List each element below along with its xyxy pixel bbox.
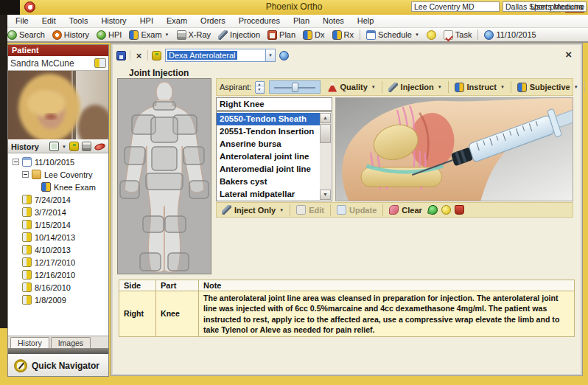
table-row[interactable]: RightKneeThe anterolateral joint line ar… — [119, 291, 575, 337]
menu-item-file[interactable]: File — [9, 15, 35, 27]
patient-lock-list-icon[interactable] — [94, 58, 106, 68]
body-region-right-knee[interactable] — [165, 216, 186, 232]
menu-item-help[interactable]: Help — [351, 15, 381, 27]
tree-item[interactable]: 1/8/2009 — [8, 294, 108, 306]
aspirant-stepper[interactable]: 0 ▲▼ — [256, 81, 264, 94]
menu-item-exam[interactable]: Exam — [160, 15, 194, 27]
site-list-item[interactable]: Anterolateral joint line — [217, 150, 320, 163]
toolbar-button-exam[interactable]: Exam▼ — [125, 28, 172, 41]
body-region-left-elbow[interactable] — [125, 147, 145, 164]
template-combobox[interactable]: Dexa Anterolateral ▼ — [165, 49, 276, 62]
tab-images[interactable]: Images — [51, 337, 91, 348]
action-button-quality[interactable]: Quality▼ — [325, 80, 379, 94]
tree-item[interactable]: 10/14/2013 — [8, 231, 108, 243]
toolbar-button-search[interactable]: Search — [4, 28, 49, 41]
toolbar-button-label: Search — [19, 30, 45, 39]
toolbar-button-injection[interactable]: Injection — [214, 28, 264, 41]
quick-navigator-button[interactable]: Quick Navigator — [8, 354, 108, 376]
close-document-icon[interactable]: × — [134, 51, 144, 60]
tree-item[interactable]: Lee Coventry — [8, 168, 108, 181]
chevron-down-icon: ▼ — [165, 32, 169, 37]
stepper-down-icon[interactable]: ▼ — [256, 87, 264, 93]
body-region-neck[interactable] — [153, 102, 175, 110]
site-list-item[interactable]: Bakers cyst — [217, 176, 320, 188]
provider-input[interactable] — [411, 1, 500, 12]
body-region-abdomen[interactable] — [152, 147, 177, 170]
site-list-item[interactable]: 20550-Tendon Sheath — [217, 113, 320, 125]
body-region-right-elbow[interactable] — [183, 147, 204, 164]
template-status-icon[interactable] — [152, 51, 161, 60]
tree-item[interactable]: 12/17/2010 — [8, 256, 108, 268]
action-button-subjective[interactable]: Subjective▼ — [514, 80, 581, 94]
body-region-chest[interactable] — [151, 117, 178, 142]
save-icon[interactable] — [116, 51, 126, 60]
chart-status-icon[interactable] — [69, 142, 79, 151]
chevron-down-icon[interactable]: ▼ — [62, 145, 66, 149]
tree-item[interactable]: 11/10/2015 — [8, 156, 108, 168]
scroll-up-icon[interactable]: ▲ — [320, 113, 331, 123]
toolbar-button-schedule[interactable]: Schedule▼ — [363, 28, 423, 41]
scrollbar[interactable]: ▲ ▼ — [320, 113, 331, 200]
tree-item[interactable]: 1/15/2014 — [8, 218, 108, 231]
toolbar-button-11-10-2015[interactable]: 11/10/2015 — [480, 28, 539, 41]
toolbar-button-task[interactable]: Task — [440, 28, 476, 41]
key-icon[interactable] — [441, 205, 451, 215]
menu-item-edit[interactable]: Edit — [35, 15, 63, 27]
locked-doc-icon — [22, 257, 32, 267]
toolbar-button-refill-icon[interactable] — [423, 28, 440, 41]
body-region-left-hand[interactable] — [120, 181, 139, 198]
menu-item-plan[interactable]: Plan — [287, 15, 316, 27]
aspirant-label: Aspirant: — [220, 83, 251, 91]
print-icon[interactable] — [82, 142, 91, 151]
sign-pen-icon[interactable] — [94, 142, 106, 150]
menu-item-notes[interactable]: Notes — [316, 15, 351, 27]
tree-item[interactable]: 7/24/2014 — [8, 193, 108, 206]
body-region-right-foot[interactable] — [168, 253, 189, 271]
tree-item[interactable]: 12/16/2010 — [8, 268, 108, 281]
menu-item-history[interactable]: History — [94, 15, 133, 27]
button-inject-only[interactable]: Inject Only▼ — [220, 205, 286, 215]
scrollbar-thumb[interactable] — [320, 124, 331, 143]
menu-item-procedures[interactable]: Procedures — [232, 15, 287, 27]
menu-item-orders[interactable]: Orders — [194, 15, 232, 27]
toolbar-button-rx[interactable]: Rx — [329, 28, 357, 41]
body-region-left-foot[interactable] — [140, 253, 161, 271]
collapse-icon[interactable] — [13, 159, 19, 165]
action-button-injection[interactable]: Injection▼ — [385, 80, 445, 94]
view-mode-icon[interactable] — [49, 142, 59, 151]
close-panel-icon[interactable]: × — [565, 49, 572, 60]
stepper-up-icon[interactable]: ▲ — [256, 82, 264, 88]
site-list-item[interactable]: 20551-Tendon Insertion — [217, 125, 320, 138]
locked-doc-icon — [22, 295, 32, 305]
tree-item[interactable]: 3/7/2014 — [8, 206, 108, 218]
toolbar-button-history[interactable]: History — [49, 28, 93, 41]
menu-item-hpi[interactable]: HPI — [133, 15, 160, 27]
body-region-pelvis[interactable] — [146, 173, 183, 190]
body-region-right-hand[interactable] — [189, 181, 209, 198]
menu-item-tools[interactable]: Tools — [63, 15, 95, 27]
help-icon[interactable] — [279, 51, 289, 60]
collapse-icon[interactable] — [22, 171, 29, 178]
body-region-left-knee[interactable] — [143, 216, 164, 232]
button-clear[interactable]: Clear — [387, 205, 424, 215]
run-pin-icon[interactable] — [427, 204, 438, 215]
aspirant-slider[interactable] — [269, 80, 321, 94]
toolbar-button-x-ray[interactable]: X-Ray — [173, 28, 215, 41]
site-list-item[interactable]: Medial collateral ligament — [217, 201, 320, 201]
toolbar-button-plan[interactable]: Plan — [264, 28, 299, 41]
tree-item[interactable]: 4/10/2013 — [8, 243, 108, 256]
chevron-down-icon[interactable]: ▼ — [265, 49, 275, 61]
site-list-item[interactable]: Anteromedial joint line — [217, 163, 320, 176]
tab-history[interactable]: History — [10, 337, 49, 348]
action-button-instruct[interactable]: Instruct▼ — [452, 80, 508, 94]
rx-icon — [332, 30, 342, 40]
toolbar-button-hpi[interactable]: HPI — [93, 28, 125, 41]
toolbar-button-dx[interactable]: Dx — [299, 28, 328, 41]
site-list-item[interactable]: Anserine bursa — [217, 138, 320, 150]
scroll-down-icon[interactable]: ▼ — [320, 190, 331, 200]
red-pin-icon[interactable] — [455, 205, 464, 215]
tree-item[interactable]: 8/16/2010 — [8, 281, 108, 294]
site-list-item[interactable]: Lateral midpatellar — [217, 188, 320, 201]
tree-item[interactable]: Knee Exam — [8, 181, 108, 193]
slider-handle[interactable] — [292, 83, 298, 92]
